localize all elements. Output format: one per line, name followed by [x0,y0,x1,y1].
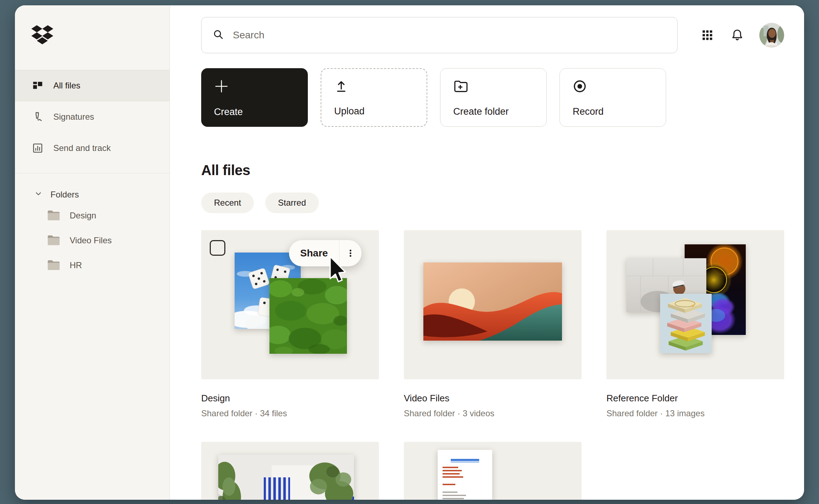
abstract-waves-image [423,262,562,341]
upload-button-label: Upload [334,106,365,117]
record-icon [572,78,588,96]
signatures-icon [31,110,44,123]
create-folder-icon [453,78,468,96]
folder-icon [47,259,61,271]
upload-icon [333,79,349,96]
cursor-icon [328,256,347,286]
topbar [201,17,784,53]
folder-icon [47,210,61,222]
desktop-backdrop: { "sidebar": { "items": [ { "label": "Al… [0,0,819,504]
folder-card-row2-a-thumbnail[interactable] [201,442,379,500]
sidebar-divider [15,173,170,173]
card-checkbox[interactable] [210,240,225,256]
card-title[interactable]: Design [201,393,379,404]
filter-chip-recent[interactable]: Recent [201,193,254,213]
search-bar[interactable] [201,17,678,53]
filter-chip-starred[interactable]: Starred [265,193,319,213]
sidebar: All files Signatures Sen [15,5,170,500]
white-building-image [218,455,354,500]
sidebar-folder-design[interactable]: Design [15,203,170,228]
card-subtitle: Shared folder · 34 files [201,408,379,418]
sidebar-item-all-files[interactable]: All files [15,70,170,101]
apps-grid-icon[interactable] [700,27,715,43]
folder-card-row2-b-thumbnail[interactable] [404,442,582,500]
share-popup: Share [289,240,362,266]
sidebar-item-label: Send and track [53,143,111,153]
main-content: Create Upload Create fol [170,5,804,500]
document-image [438,450,492,500]
search-icon [212,28,224,42]
chevron-down-icon [34,189,43,200]
folder-card-row2-a[interactable] [201,442,379,500]
search-input[interactable] [233,29,667,41]
app-window: All files Signatures Sen [15,5,804,500]
card-subtitle: Shared folder · 13 images [606,408,784,418]
send-and-track-icon [31,142,44,155]
upload-button[interactable]: Upload [321,68,427,127]
sidebar-item-send-and-track[interactable]: Send and track [15,132,170,164]
avatar[interactable] [759,23,784,48]
folder-card-design[interactable]: Share Design Sh [201,230,379,418]
sidebar-nav: All files Signatures Sen [15,70,170,164]
card-title[interactable]: Reference Folder [606,393,784,404]
folder-card-row2-b[interactable] [404,442,582,500]
filter-chips: Recent Starred [201,193,784,213]
grid-empty-cell [606,442,784,500]
folder-card-reference-thumbnail[interactable] [606,230,784,379]
topbar-icons [700,23,784,48]
sidebar-item-label: All files [53,81,80,91]
folder-card-video-files-thumbnail[interactable] [404,230,582,379]
folder-item-label: Video Files [70,235,112,245]
sidebar-folder-video-files[interactable]: Video Files [15,228,170,253]
create-button-label: Create [214,107,243,118]
bell-icon[interactable] [729,27,745,43]
dropbox-logo-icon[interactable] [31,25,53,44]
create-folder-button[interactable]: Create folder [440,68,547,127]
card-title[interactable]: Video Files [404,393,582,404]
files-grid: Share Design Sh [201,230,784,500]
create-button[interactable]: Create [201,68,308,127]
isometric-stack-image [660,294,712,353]
sidebar-folders-header[interactable]: Folders [15,186,170,203]
all-files-icon [31,79,44,92]
create-folder-button-label: Create folder [453,106,509,117]
folder-card-reference[interactable]: Reference Folder Shared folder · 13 imag… [606,230,784,418]
folder-item-label: HR [70,260,82,270]
folder-card-video-files[interactable]: Video Files Shared folder · 3 videos [404,230,582,418]
folder-item-label: Design [70,211,96,221]
record-button[interactable]: Record [560,68,666,127]
action-buttons: Create Upload Create fol [201,68,784,127]
moss-image [269,278,347,354]
record-button-label: Record [573,106,604,117]
card-subtitle: Shared folder · 3 videos [404,408,582,418]
sidebar-item-label: Signatures [53,112,94,122]
sidebar-folder-hr[interactable]: HR [15,253,170,278]
folder-icon [47,234,61,246]
sidebar-item-signatures[interactable]: Signatures [15,101,170,132]
folder-card-design-thumbnail[interactable]: Share [201,230,379,379]
folders-header-label: Folders [50,190,79,200]
plus-icon [213,78,230,96]
page-title: All files [201,162,784,178]
